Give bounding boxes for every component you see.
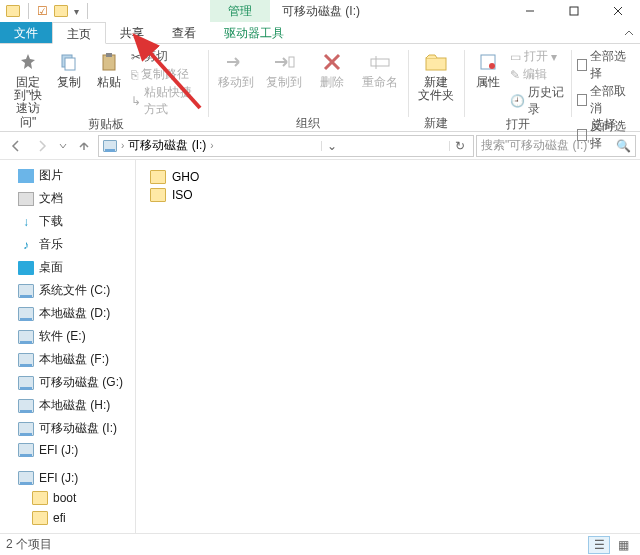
quick-access-toolbar: ☑ ▾ [0, 3, 90, 19]
group-label-new: 新建 [424, 115, 448, 131]
edit-button[interactable]: ✎编辑 [510, 66, 565, 83]
view-icons-button[interactable]: ▦ [612, 536, 634, 554]
window-title: 可移动磁盘 (I:) [282, 3, 360, 20]
new-folder-icon [424, 50, 448, 74]
pin-to-quick-access-button[interactable]: 固定到"快 速访问" [10, 48, 46, 129]
pic-icon [18, 169, 34, 183]
tree-item[interactable]: 本地磁盘 (F:) [0, 348, 135, 371]
status-bar: 2 个项目 ☰ ▦ [0, 533, 640, 555]
group-label-open: 打开 [506, 116, 530, 132]
paste-icon [97, 50, 121, 74]
titlebar: ☑ ▾ 管理 可移动磁盘 (I:) [0, 0, 640, 22]
tree-item[interactable]: efi [0, 508, 135, 528]
qat-check-icon[interactable]: ☑ [37, 4, 48, 18]
tree-item[interactable]: ♪音乐 [0, 233, 135, 256]
drive-icon [18, 471, 34, 485]
file-list[interactable]: GHO ISO [136, 160, 640, 533]
app-icon [6, 5, 20, 17]
invert-icon [577, 129, 587, 141]
drive-icon [18, 307, 34, 321]
drive-icon [18, 284, 34, 298]
contextual-tab-label: 管理 [210, 0, 270, 22]
rename-button[interactable]: 重命名 [358, 48, 402, 89]
drive-icon [18, 353, 34, 367]
tree-item[interactable]: ↓下载 [0, 210, 135, 233]
select-all-button[interactable]: 全部选择 [577, 48, 630, 82]
chevron-right-icon[interactable]: › [210, 140, 213, 151]
ribbon-group-open: 属性 ▭打开 ▾ ✎编辑 🕘历史记录 打开 [464, 48, 571, 131]
back-button[interactable] [4, 134, 28, 158]
ribbon-tabs: 文件 主页 共享 查看 驱动器工具 [0, 22, 640, 44]
tab-view[interactable]: 查看 [158, 22, 210, 43]
rename-icon [368, 50, 392, 74]
address-bar[interactable]: › 可移动磁盘 (I:) › ⌄ ↻ [98, 135, 474, 157]
ribbon-group-new: 新建 文件夹 新建 [408, 48, 464, 131]
ribbon-collapse-button[interactable] [618, 22, 640, 43]
folder-item[interactable]: ISO [146, 186, 630, 204]
paste-button[interactable]: 粘贴 [91, 48, 127, 89]
properties-button[interactable]: 属性 [470, 48, 507, 89]
tree-item[interactable]: 可移动磁盘 (G:) [0, 371, 135, 394]
navigation-tree[interactable]: 图片文档↓下载♪音乐桌面系统文件 (C:)本地磁盘 (D:)软件 (E:)本地磁… [0, 160, 136, 533]
delete-button[interactable]: 删除 [310, 48, 354, 89]
tree-item[interactable]: 本地磁盘 (H:) [0, 394, 135, 417]
cut-button[interactable]: ✂剪切 [131, 48, 201, 65]
tree-item[interactable]: 可移动磁盘 (I:) [0, 417, 135, 440]
move-to-button[interactable]: 移动到 [214, 48, 258, 89]
drive-icon [103, 140, 117, 152]
paste-shortcut-button[interactable]: ↳粘贴快捷方式 [131, 84, 201, 118]
path-icon: ⎘ [131, 68, 138, 82]
tab-home[interactable]: 主页 [52, 22, 106, 44]
qat-overflow[interactable]: ▾ [74, 6, 79, 17]
tree-item[interactable]: 软件 (E:) [0, 325, 135, 348]
history-button[interactable]: 🕘历史记录 [510, 84, 565, 118]
music-icon: ♪ [18, 238, 34, 252]
tab-drive-tools[interactable]: 驱动器工具 [210, 22, 298, 43]
new-folder-button[interactable]: 新建 文件夹 [414, 48, 458, 102]
copy-to-button[interactable]: 复制到 [262, 48, 306, 89]
up-button[interactable] [72, 134, 96, 158]
view-details-button[interactable]: ☰ [588, 536, 610, 554]
desk-icon [18, 261, 34, 275]
drive-icon [18, 330, 34, 344]
copy-icon [57, 50, 81, 74]
tree-item[interactable]: 本地磁盘 (D:) [0, 302, 135, 325]
chevron-right-icon[interactable]: › [121, 140, 124, 151]
tree-item[interactable]: 图片 [0, 164, 135, 187]
close-button[interactable] [596, 0, 640, 22]
group-label-clipboard: 剪贴板 [88, 116, 124, 132]
ribbon-group-select: 全部选择 全部取消 反向选择 选择 [571, 48, 636, 131]
open-button[interactable]: ▭打开 ▾ [510, 48, 565, 65]
group-label-organize: 组织 [296, 115, 320, 131]
window-controls [508, 0, 640, 22]
drive-icon [18, 376, 34, 390]
forward-button[interactable] [30, 134, 54, 158]
tab-share[interactable]: 共享 [106, 22, 158, 43]
doc-icon [18, 192, 34, 206]
maximize-button[interactable] [552, 0, 596, 22]
select-all-icon [577, 59, 587, 71]
tree-item[interactable]: boot [0, 488, 135, 508]
properties-icon [476, 50, 500, 74]
pin-icon [16, 50, 40, 74]
select-none-button[interactable]: 全部取消 [577, 83, 630, 117]
main-area: 图片文档↓下载♪音乐桌面系统文件 (C:)本地磁盘 (D:)软件 (E:)本地磁… [0, 160, 640, 533]
copy-path-button[interactable]: ⎘复制路径 [131, 66, 201, 83]
folder-item[interactable]: GHO [146, 168, 630, 186]
copy-button[interactable]: 复制 [50, 48, 86, 89]
breadcrumb-location[interactable]: 可移动磁盘 (I:) [128, 137, 206, 154]
tree-group-efi[interactable]: EFI (J:) [0, 468, 135, 488]
tree-item[interactable]: 系统文件 (C:) [0, 279, 135, 302]
tree-item[interactable]: 文档 [0, 187, 135, 210]
minimize-button[interactable] [508, 0, 552, 22]
qat-folder-icon[interactable] [54, 5, 68, 17]
svg-rect-1 [570, 7, 578, 15]
addr-dropdown-icon[interactable]: ⌄ [323, 139, 341, 153]
drive-icon [18, 422, 34, 436]
tree-item[interactable]: EFI (J:) [0, 440, 135, 460]
tab-file[interactable]: 文件 [0, 22, 52, 43]
tree-item[interactable]: 桌面 [0, 256, 135, 279]
svg-point-15 [489, 63, 495, 69]
recent-button[interactable] [56, 134, 70, 158]
refresh-button[interactable]: ↻ [451, 139, 469, 153]
